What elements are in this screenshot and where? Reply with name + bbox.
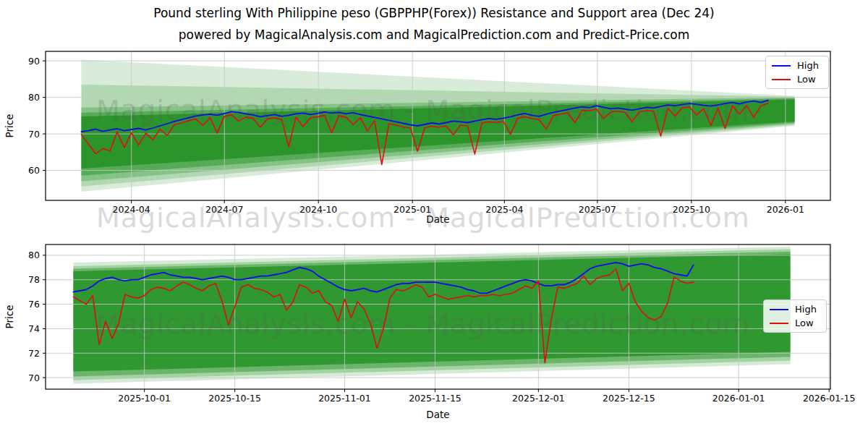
high-line (81, 101, 767, 132)
low-line (81, 103, 767, 165)
svg-text:2025-11-01: 2025-11-01 (318, 393, 371, 404)
svg-text:Price: Price (4, 305, 15, 329)
svg-text:2024-07: 2024-07 (205, 204, 243, 215)
svg-text:2025-01: 2025-01 (393, 204, 431, 215)
low-line (73, 269, 693, 363)
svg-text:2025-04: 2025-04 (485, 204, 523, 215)
svg-text:2024-10: 2024-10 (299, 204, 337, 215)
svg-text:2025-10-01: 2025-10-01 (118, 393, 171, 404)
svg-text:Date: Date (426, 409, 449, 420)
svg-text:72: 72 (28, 348, 40, 359)
legend-low-label: Low (797, 74, 816, 85)
legend-low-label: Low (795, 318, 814, 328)
svg-text:78: 78 (28, 274, 40, 285)
svg-text:90: 90 (28, 56, 40, 67)
bottom-chart-legend: High Low (763, 299, 827, 333)
legend-high-label: High (795, 304, 817, 315)
legend-row-high: High (772, 60, 822, 71)
svg-text:80: 80 (28, 92, 40, 103)
svg-text:2026-01: 2026-01 (767, 204, 804, 215)
svg-text:Price: Price (4, 114, 15, 138)
top-chart-legend: High Low (765, 56, 829, 89)
svg-text:2025-10: 2025-10 (673, 204, 710, 215)
svg-text:2026-01-01: 2026-01-01 (712, 393, 765, 404)
svg-text:70: 70 (28, 373, 40, 383)
figure: Pound sterling With Philippine peso (GBP… (0, 0, 868, 434)
svg-text:2024-04: 2024-04 (113, 204, 150, 215)
charts-axes-and-bands-layer: 2024-042024-072024-102025-012025-042025-… (0, 0, 868, 434)
svg-text:60: 60 (28, 165, 40, 176)
svg-text:76: 76 (28, 299, 40, 310)
high-line (73, 263, 693, 293)
page-subtitle: powered by MagicalAnalysis.com and Magic… (0, 27, 868, 42)
low-line-swatch-icon (772, 79, 791, 80)
svg-text:2025-10-15: 2025-10-15 (208, 393, 261, 404)
page-title: Pound sterling With Philippine peso (GBP… (0, 6, 868, 20)
charts-series-lines-layer (0, 0, 868, 434)
legend-row-high: High (770, 304, 820, 315)
recent-resistance-support-series (73, 263, 693, 363)
legend-row-low: Low (772, 74, 822, 85)
svg-text:Date: Date (426, 213, 449, 225)
long-term-resistance-support-series (81, 101, 767, 165)
watermark-top-chart: MagicalAnalysis.com - MagicalPrediction.… (96, 94, 750, 126)
svg-text:2025-12-15: 2025-12-15 (603, 393, 655, 404)
watermark-between-charts: MagicalAnalysis.com - MagicalPrediction.… (96, 202, 750, 234)
long-term-resistance-support-plot: 2024-042024-072024-102025-012025-042025-… (4, 51, 830, 225)
legend-high-label: High (797, 60, 819, 71)
watermark-bottom-chart: MagicalAnalysis.com - MagicalPrediction.… (96, 308, 750, 340)
recent-resistance-support-plot: 2025-10-012025-10-152025-11-012025-11-15… (4, 244, 856, 420)
legend-row-low: Low (770, 318, 820, 328)
svg-text:2026-01-15: 2026-01-15 (803, 393, 856, 404)
low-line-swatch-icon (770, 323, 788, 324)
svg-text:74: 74 (28, 323, 40, 334)
svg-text:70: 70 (28, 129, 40, 140)
svg-text:2025-07: 2025-07 (579, 204, 616, 215)
svg-text:2025-11-15: 2025-11-15 (409, 393, 461, 404)
high-line-swatch-icon (770, 309, 788, 310)
high-line-swatch-icon (772, 65, 791, 67)
svg-text:2025-12-01: 2025-12-01 (512, 393, 565, 404)
svg-text:80: 80 (28, 250, 40, 260)
